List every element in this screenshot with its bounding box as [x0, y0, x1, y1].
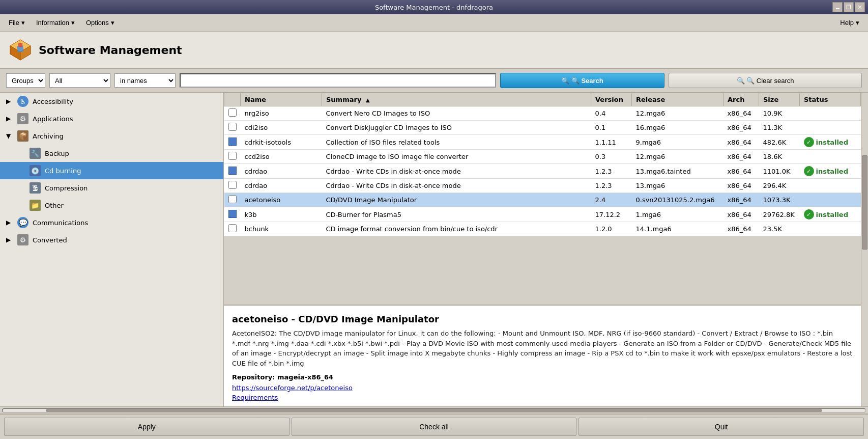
package-checkbox[interactable] [228, 195, 237, 203]
sidebar-item-applications[interactable]: ▶ ⚙ Applications [0, 110, 223, 127]
col-release[interactable]: Release [632, 93, 724, 106]
file-menu[interactable]: File ▾ [4, 17, 30, 29]
package-name: ccd2iso [241, 150, 322, 164]
search-button[interactable]: 🔍 🔍 Search [500, 73, 664, 88]
col-status[interactable]: Status [800, 93, 861, 106]
package-size: 11.3K [759, 121, 800, 135]
col-check [224, 93, 241, 106]
package-summary: Cdrdao - Write CDs in disk-at-once mode [322, 179, 591, 193]
check-all-button[interactable]: Check all [292, 418, 577, 436]
restore-button[interactable]: ❐ [844, 2, 854, 12]
minimize-button[interactable]: 🗕 [832, 2, 843, 12]
package-checkbox[interactable] [228, 224, 237, 232]
package-name: cdrdao [241, 164, 322, 179]
package-status [800, 106, 861, 121]
installed-checkbox[interactable] [228, 138, 237, 146]
help-menu[interactable]: Help ▾ [835, 17, 864, 29]
quit-button[interactable]: Quit [578, 418, 864, 436]
sidebar-item-other[interactable]: 📁 Other [0, 197, 223, 214]
package-name: cdrkit-isotools [241, 135, 322, 150]
sidebar-item-accessibility[interactable]: ▶ ♿ Accessibility [0, 93, 223, 110]
applications-icon: ⚙ [17, 113, 28, 124]
main-content: ▶ ♿ Accessibility ▶ ⚙ Applications ▼ 📦 A… [0, 93, 868, 406]
table-row[interactable]: acetoneisoCD/DVD Image Manipulator2.40.s… [224, 193, 861, 207]
package-summary: CD-Burner for Plasma5 [322, 207, 591, 222]
col-name[interactable]: Name [241, 93, 322, 106]
info-repo: Repository: mageia-x86_64 [232, 373, 853, 381]
col-version[interactable]: Version [591, 93, 632, 106]
bottom-bar: Apply Check all Quit [0, 414, 868, 439]
sidebar-item-archiving[interactable]: ▼ 📦 Archiving [0, 127, 223, 145]
package-size: 23.5K [759, 222, 800, 236]
options-menu-arrow: ▾ [111, 19, 114, 26]
package-arch: x86_64 [724, 121, 759, 135]
table-row[interactable]: cdrdaoCdrdao - Write CDs in disk-at-once… [224, 179, 861, 193]
sidebar-item-communications[interactable]: ▶ 💬 Communications [0, 214, 223, 231]
sort-arrow-icon: ▲ [366, 97, 370, 103]
information-menu[interactable]: Information ▾ [32, 17, 79, 29]
package-name: acetoneiso [241, 193, 322, 207]
package-status [800, 121, 861, 135]
app-logo [8, 38, 33, 62]
package-release: 12.mga6 [632, 150, 724, 164]
package-version: 1.2.3 [591, 164, 632, 179]
sidebar-list: ▶ ♿ Accessibility ▶ ⚙ Applications ▼ 📦 A… [0, 93, 223, 406]
sidebar-item-converted[interactable]: ▶ ⚙ Converted [0, 231, 223, 249]
options-menu[interactable]: Options ▾ [81, 17, 119, 29]
table-row[interactable]: cdi2isoConvert DiskJuggler CD Images to … [224, 121, 861, 135]
col-size[interactable]: Size [759, 93, 800, 106]
search-location-filter[interactable]: in names in summaries in descriptions [114, 73, 176, 88]
h-scrollbar[interactable] [0, 406, 868, 414]
installed-badge: ✓ installed [804, 209, 857, 220]
search-input[interactable] [180, 73, 496, 88]
close-button[interactable]: ✕ [855, 2, 865, 12]
search-icon: 🔍 [561, 77, 569, 85]
package-checkbox[interactable] [228, 152, 237, 160]
table-row[interactable]: bchunkCD image format conversion from bi… [224, 222, 861, 236]
main-scrollbar-track [861, 93, 868, 406]
package-version: 1.2.3 [591, 179, 632, 193]
table-row[interactable]: ccd2isoCloneCD image to ISO image file c… [224, 150, 861, 164]
package-arch: x86_64 [724, 164, 759, 179]
main-scrollbar[interactable] [861, 93, 868, 406]
table-row[interactable]: k3bCD-Burner for Plasma517.12.21.mga6x86… [224, 207, 861, 222]
col-arch[interactable]: Arch [724, 93, 759, 106]
installed-icon: ✓ [804, 209, 814, 220]
sidebar-item-label: Compression [45, 184, 88, 192]
backup-icon: 🔧 [30, 148, 41, 159]
cd-burning-icon: 💿 [30, 165, 41, 176]
col-summary[interactable]: Summary ▲ [322, 93, 591, 106]
search-button-label: 🔍 Search [571, 77, 603, 85]
package-table-container: Name Summary ▲ Version Release Arch Size… [224, 93, 861, 305]
apply-button[interactable]: Apply [4, 418, 290, 436]
package-checkbox[interactable] [228, 123, 237, 131]
requirements-link[interactable]: Requirements [232, 394, 853, 401]
sidebar-item-backup[interactable]: 🔧 Backup [0, 145, 223, 162]
info-description: AcetoneISO2: The CD/DVD image manipulato… [232, 328, 853, 368]
installed-checkbox[interactable] [228, 167, 237, 175]
installed-checkbox[interactable] [228, 210, 237, 218]
table-row[interactable]: nrg2isoConvert Nero CD Images to ISO0.41… [224, 106, 861, 121]
searchbar: Groups All Installed Available Updates i… [0, 69, 868, 93]
info-url-link[interactable]: https://sourceforge.net/p/acetoneiso [232, 384, 853, 392]
clear-search-button[interactable]: 🔍 🔍 Clear search [669, 73, 862, 88]
installed-badge: ✓ installed [804, 137, 857, 147]
package-size: 296.4K [759, 179, 800, 193]
package-arch: x86_64 [724, 179, 759, 193]
window-controls: 🗕 ❐ ✕ [832, 2, 865, 12]
sidebar-item-label: Backup [45, 150, 69, 157]
package-name: bchunk [241, 222, 322, 236]
table-row[interactable]: cdrdaoCdrdao - Write CDs in disk-at-once… [224, 164, 861, 179]
groups-filter[interactable]: Groups [6, 73, 45, 88]
package-version: 0.4 [591, 106, 632, 121]
sidebar-item-compression[interactable]: 🗜 Compression [0, 179, 223, 197]
package-checkbox[interactable] [228, 181, 237, 189]
sidebar-item-cd-burning[interactable]: 💿 Cd burning [0, 162, 223, 179]
package-release: 14.1.mga6 [632, 222, 724, 236]
app-title: Software Management [39, 44, 182, 57]
category-filter[interactable]: All Installed Available Updates [49, 73, 110, 88]
other-icon: 📁 [30, 200, 41, 211]
sidebar-item-label: Accessibility [33, 98, 73, 105]
table-row[interactable]: cdrkit-isotoolsCollection of ISO files r… [224, 135, 861, 150]
package-checkbox[interactable] [228, 108, 237, 117]
